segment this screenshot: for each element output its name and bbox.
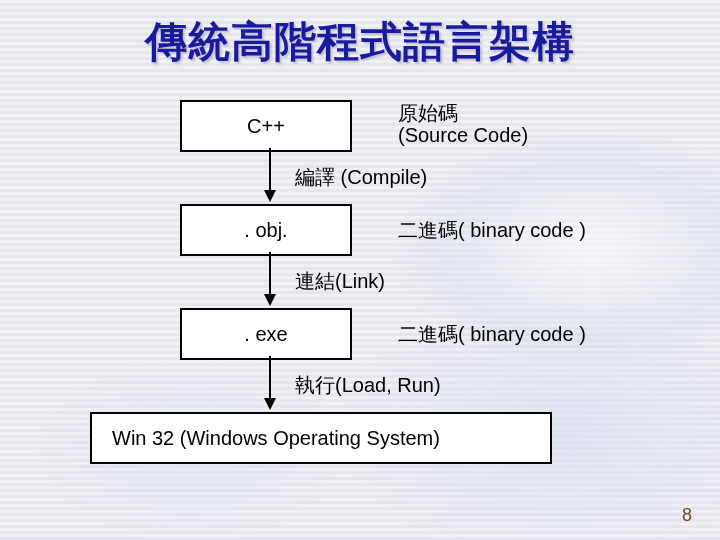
svg-marker-3 xyxy=(264,294,276,306)
box-cpp: C++ xyxy=(180,100,352,152)
svg-marker-5 xyxy=(264,398,276,410)
step-run: 執行(Load, Run) xyxy=(295,372,441,399)
slide-title: 傳統高階程式語言架構 xyxy=(0,14,720,70)
label-binary-2: 二進碼( binary code ) xyxy=(398,321,586,348)
arrow-link xyxy=(260,252,280,308)
arrow-run xyxy=(260,356,280,412)
box-exe: . exe xyxy=(180,308,352,360)
page-number: 8 xyxy=(682,505,692,526)
box-obj: . obj. xyxy=(180,204,352,256)
label-binary-1: 二進碼( binary code ) xyxy=(398,217,586,244)
slide-content: 傳統高階程式語言架構 C++ 原始碼 (Source Code) 編譯 (Com… xyxy=(0,0,720,540)
label-source-code: 原始碼 (Source Code) xyxy=(398,102,528,146)
step-link: 連結(Link) xyxy=(295,268,385,295)
step-compile: 編譯 (Compile) xyxy=(295,164,427,191)
arrow-compile xyxy=(260,148,280,204)
svg-marker-1 xyxy=(264,190,276,202)
box-win32: Win 32 (Windows Operating System) xyxy=(90,412,552,464)
